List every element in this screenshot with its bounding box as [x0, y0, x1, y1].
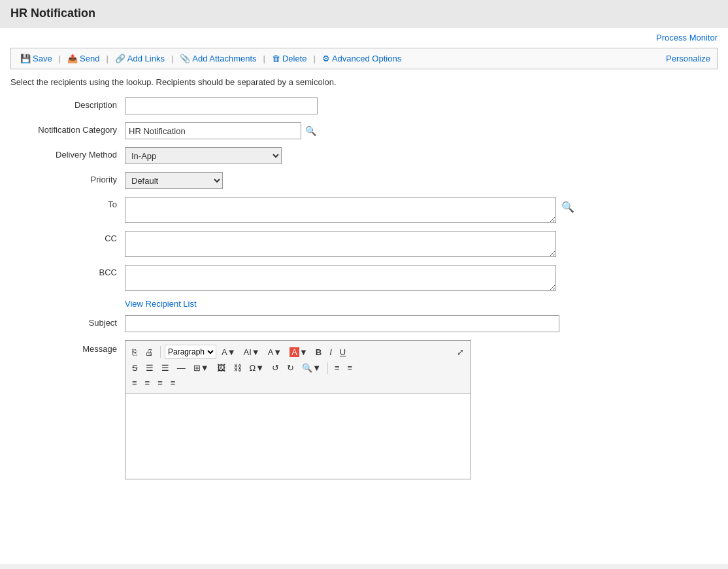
- align-indent-out-button[interactable]: ≡: [155, 377, 165, 389]
- bcc-row: BCC: [10, 265, 718, 291]
- cc-label: CC: [10, 231, 125, 243]
- addlinks-icon: 🔗: [115, 54, 125, 63]
- notification-category-wrapper: 🔍: [125, 122, 318, 139]
- process-monitor-bar: Process Monitor: [0, 27, 728, 48]
- page-header: HR Notification: [0, 0, 728, 27]
- underline-button[interactable]: U: [337, 346, 348, 358]
- sep-2: |: [106, 54, 108, 63]
- align-left-button[interactable]: ≡: [332, 362, 342, 374]
- to-wrapper: 🔍: [125, 197, 576, 223]
- paragraph-style-select[interactable]: Paragraph Heading 1 Heading 2: [165, 345, 216, 359]
- description-input[interactable]: [125, 97, 318, 114]
- table-button[interactable]: ⊞▼: [191, 362, 212, 374]
- redo-button[interactable]: ↻: [284, 362, 297, 374]
- to-row: To 🔍: [10, 197, 718, 223]
- delivery-method-row: Delivery Method In-App Email Both: [10, 147, 718, 164]
- align-indent-in-button[interactable]: ≡: [168, 377, 178, 389]
- font-size-button[interactable]: A▼: [219, 346, 239, 358]
- add-attachments-button[interactable]: 📎 Add Attachments: [177, 52, 259, 65]
- bcc-textarea[interactable]: [125, 265, 556, 291]
- sep-5: |: [314, 54, 316, 63]
- unordered-list-button[interactable]: ☰: [159, 362, 172, 374]
- expand-button[interactable]: ⤢: [454, 346, 467, 358]
- priority-row: Priority Default High Low: [10, 172, 718, 189]
- delivery-method-select[interactable]: In-App Email Both: [125, 147, 282, 164]
- search-icon: 🔍: [305, 126, 316, 136]
- strikethrough-button[interactable]: S: [129, 362, 141, 374]
- delivery-method-label: Delivery Method: [10, 147, 125, 160]
- advanced-icon: ⚙: [322, 54, 330, 63]
- notification-category-label: Notification Category: [10, 122, 125, 135]
- cc-row: CC: [10, 231, 718, 257]
- send-button[interactable]: 📤 Send: [65, 52, 102, 65]
- priority-label: Priority: [10, 172, 125, 184]
- process-monitor-link[interactable]: Process Monitor: [656, 33, 718, 43]
- to-search-button[interactable]: 🔍: [560, 199, 576, 215]
- notification-category-row: Notification Category 🔍: [10, 122, 718, 139]
- bold-button[interactable]: B: [313, 346, 324, 358]
- search-icon: 🔍: [561, 201, 574, 213]
- subject-label: Subject: [10, 315, 125, 328]
- special-char-button[interactable]: Ω▼: [247, 362, 267, 374]
- toolbar-left: 💾 Save | 📤 Send | 🔗 Add Links | 📎 Add At…: [18, 52, 404, 65]
- undo-button[interactable]: ↺: [269, 362, 282, 374]
- form-area: Description Notification Category 🔍 Deli…: [0, 92, 728, 492]
- link-button[interactable]: ⛓: [231, 362, 244, 374]
- find-button[interactable]: 🔍▼: [299, 362, 323, 374]
- personalize-link[interactable]: Personalize: [666, 54, 710, 63]
- editor-copy-button[interactable]: ⎘: [129, 346, 140, 358]
- advanced-options-button[interactable]: ⚙ Advanced Options: [320, 52, 404, 65]
- to-textarea[interactable]: [125, 197, 556, 223]
- image-button[interactable]: 🖼: [214, 362, 228, 374]
- notification-category-search-button[interactable]: 🔍: [304, 124, 318, 137]
- page-title: HR Notification: [10, 7, 718, 20]
- sep-v-2: [327, 362, 328, 374]
- sep-4: |: [263, 54, 265, 63]
- subject-input[interactable]: [125, 315, 559, 332]
- save-button[interactable]: 💾 Save: [18, 52, 55, 65]
- editor-toolbar: ⎘ 🖨 Paragraph Heading 1 Heading 2 A▼ AI▼…: [125, 341, 471, 394]
- delete-icon: 🗑: [272, 54, 280, 63]
- notification-category-input[interactable]: [125, 122, 301, 139]
- font-family-button[interactable]: AI▼: [241, 346, 263, 358]
- description-row: Description: [10, 97, 718, 114]
- description-label: Description: [10, 97, 125, 110]
- align-center-button[interactable]: ≡: [142, 377, 153, 389]
- sep-1: |: [59, 54, 61, 63]
- hr-button[interactable]: —: [174, 362, 188, 374]
- bcc-label: BCC: [10, 265, 125, 277]
- message-editor: ⎘ 🖨 Paragraph Heading 1 Heading 2 A▼ AI▼…: [125, 340, 471, 479]
- delete-button[interactable]: 🗑 Delete: [269, 52, 310, 65]
- sep-v-1: [160, 346, 161, 358]
- page-content: Process Monitor 💾 Save | 📤 Send | 🔗 Add …: [0, 27, 728, 564]
- editor-print-button[interactable]: 🖨: [142, 346, 156, 358]
- editor-content[interactable]: [125, 394, 471, 479]
- save-icon: 💾: [20, 54, 31, 63]
- view-recipient-list-link[interactable]: View Recipient List: [10, 299, 718, 309]
- subject-row: Subject: [10, 315, 718, 332]
- priority-select[interactable]: Default High Low: [125, 172, 223, 189]
- sep-3: |: [171, 54, 173, 63]
- italic-button[interactable]: I: [327, 346, 335, 358]
- message-row: Message ⎘ 🖨 Paragraph Heading 1 Heading …: [10, 340, 718, 479]
- to-label: To: [10, 197, 125, 209]
- editor-row-2: S ☰ ☰ — ⊞▼ 🖼 ⛓ Ω▼ ↺ ↻ 🔍▼ ≡ ≡: [129, 360, 467, 375]
- message-label: Message: [10, 340, 125, 354]
- instruction-text: Select the recipients using the lookup. …: [0, 69, 728, 92]
- addattach-icon: 📎: [180, 54, 190, 63]
- toolbar: 💾 Save | 📤 Send | 🔗 Add Links | 📎 Add At…: [10, 48, 718, 69]
- ordered-list-button[interactable]: ☰: [143, 362, 156, 374]
- font-color-button[interactable]: A▼: [265, 346, 285, 358]
- editor-row-1: ⎘ 🖨 Paragraph Heading 1 Heading 2 A▼ AI▼…: [129, 343, 467, 360]
- highlight-color-button[interactable]: A▼: [287, 346, 310, 358]
- cc-textarea[interactable]: [125, 231, 556, 257]
- align-left2-button[interactable]: ≡: [129, 377, 140, 389]
- editor-row-3: ≡ ≡ ≡ ≡: [129, 375, 467, 390]
- align-right-button[interactable]: ≡: [345, 362, 356, 374]
- add-links-button[interactable]: 🔗 Add Links: [112, 52, 167, 65]
- send-icon: 📤: [67, 54, 78, 63]
